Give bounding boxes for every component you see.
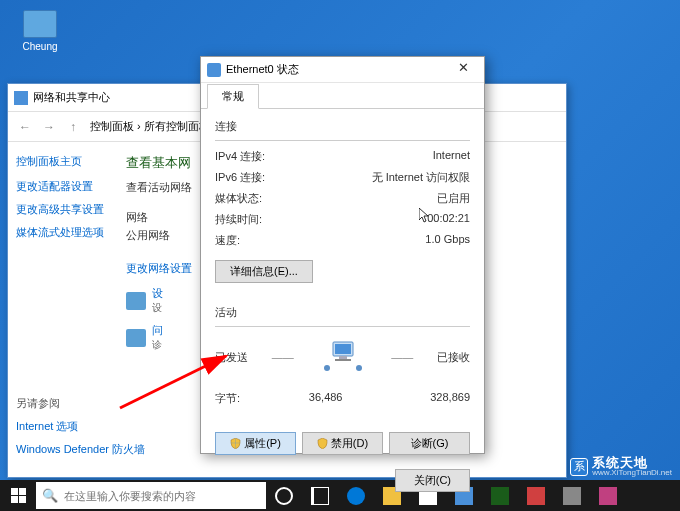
watermark: 系 系统天地 www.XiTongTianDi.net bbox=[570, 456, 672, 477]
start-button[interactable] bbox=[0, 480, 36, 511]
disable-button[interactable]: 禁用(D) bbox=[302, 432, 383, 455]
received-label: 已接收 bbox=[437, 350, 470, 365]
ipv6-label: IPv6 连接: bbox=[215, 170, 265, 185]
details-button[interactable]: 详细信息(E)... bbox=[215, 260, 313, 283]
svg-point-5 bbox=[356, 365, 362, 371]
divider bbox=[215, 326, 470, 327]
duration-label: 持续时间: bbox=[215, 212, 262, 227]
network-activity-icon bbox=[318, 337, 368, 377]
properties-button[interactable]: 属性(P) bbox=[215, 432, 296, 455]
bytes-sent-value: 36,486 bbox=[264, 391, 342, 406]
app4-icon bbox=[563, 487, 581, 505]
taskbar-app3-button[interactable] bbox=[518, 480, 554, 511]
sidebar-home-link[interactable]: 控制面板主页 bbox=[16, 154, 110, 169]
svg-rect-2 bbox=[339, 356, 347, 359]
troubleshoot-icon bbox=[126, 329, 146, 347]
taskbar-app5-button[interactable] bbox=[590, 480, 626, 511]
ethernet-status-dialog: Ethernet0 状态 ✕ 常规 连接 IPv4 连接: Internet I… bbox=[200, 56, 485, 454]
setup-connection-icon bbox=[126, 292, 146, 310]
nav-back-button[interactable]: ← bbox=[14, 116, 36, 138]
ipv4-value: Internet bbox=[433, 149, 470, 164]
sidebar-item-media[interactable]: 媒体流式处理选项 bbox=[16, 225, 110, 240]
taskbar-app2-button[interactable] bbox=[482, 480, 518, 511]
taskbar-app4-button[interactable] bbox=[554, 480, 590, 511]
cp-title: 网络和共享中心 bbox=[33, 90, 110, 105]
desktop-icon-user[interactable]: Cheung bbox=[20, 10, 60, 52]
svg-rect-9 bbox=[11, 496, 18, 503]
watermark-url: www.XiTongTianDi.net bbox=[592, 469, 672, 477]
nav-forward-button[interactable]: → bbox=[38, 116, 60, 138]
svg-rect-7 bbox=[11, 488, 18, 495]
eth-close-x-button[interactable]: ✕ bbox=[448, 60, 478, 80]
svg-point-4 bbox=[324, 365, 330, 371]
svg-rect-3 bbox=[335, 359, 351, 361]
bytes-label: 字节: bbox=[215, 391, 264, 406]
ipv4-label: IPv4 连接: bbox=[215, 149, 265, 164]
close-button[interactable]: 关闭(C) bbox=[395, 469, 470, 492]
eth-titlebar[interactable]: Ethernet0 状态 ✕ bbox=[201, 57, 484, 83]
svg-rect-1 bbox=[335, 344, 351, 354]
speed-label: 速度: bbox=[215, 233, 240, 248]
sidebar-item-adapter[interactable]: 更改适配器设置 bbox=[16, 179, 110, 194]
bytes-received-value: 328,869 bbox=[392, 391, 470, 406]
svg-rect-10 bbox=[19, 496, 26, 503]
tab-general[interactable]: 常规 bbox=[207, 84, 259, 109]
search-icon: 🔍 bbox=[36, 488, 64, 503]
network-name-label: 网络 bbox=[126, 210, 186, 225]
svg-rect-8 bbox=[19, 488, 26, 495]
watermark-logo-icon: 系 bbox=[570, 458, 588, 476]
diagnose-button[interactable]: 诊断(G) bbox=[389, 432, 470, 455]
row-ipv4: IPv4 连接: Internet bbox=[215, 149, 470, 164]
nav-up-button[interactable]: ↑ bbox=[62, 116, 84, 138]
media-value: 已启用 bbox=[437, 191, 470, 206]
speed-value: 1.0 Gbps bbox=[425, 233, 470, 248]
media-label: 媒体状态: bbox=[215, 191, 262, 206]
row-speed: 速度: 1.0 Gbps bbox=[215, 233, 470, 248]
user-folder-icon bbox=[23, 10, 57, 38]
sent-label: 已发送 bbox=[215, 350, 248, 365]
shield-icon bbox=[317, 438, 328, 449]
duration-value: 00:02:21 bbox=[427, 212, 470, 227]
breadcrumb[interactable]: 控制面板 › 所有控制面板 › bbox=[90, 119, 217, 134]
eth-tabs: 常规 bbox=[201, 83, 484, 109]
app2-icon bbox=[491, 487, 509, 505]
ipv6-value: 无 Internet 访问权限 bbox=[372, 170, 470, 185]
eth-dialog-title: Ethernet0 状态 bbox=[226, 62, 448, 77]
desktop-icon-label: Cheung bbox=[20, 41, 60, 52]
row-ipv6: IPv6 连接: 无 Internet 访问权限 bbox=[215, 170, 470, 185]
sidebar-item-sharing[interactable]: 更改高级共享设置 bbox=[16, 202, 110, 217]
divider bbox=[215, 140, 470, 141]
app3-icon bbox=[527, 487, 545, 505]
cp-sidebar: 控制面板主页 更改适配器设置 更改高级共享设置 媒体流式处理选项 另请参阅 In… bbox=[8, 142, 118, 477]
row-duration: 持续时间: 00:02:21 bbox=[215, 212, 470, 227]
network-type-value: 公用网络 bbox=[126, 229, 170, 241]
connection-section-title: 连接 bbox=[215, 119, 470, 134]
windows-logo-icon bbox=[11, 488, 26, 503]
row-media: 媒体状态: 已启用 bbox=[215, 191, 470, 206]
activity-section-title: 活动 bbox=[215, 305, 470, 320]
ethernet-icon bbox=[207, 63, 221, 77]
shield-icon bbox=[230, 438, 241, 449]
app5-icon bbox=[599, 487, 617, 505]
network-center-icon bbox=[14, 91, 28, 105]
